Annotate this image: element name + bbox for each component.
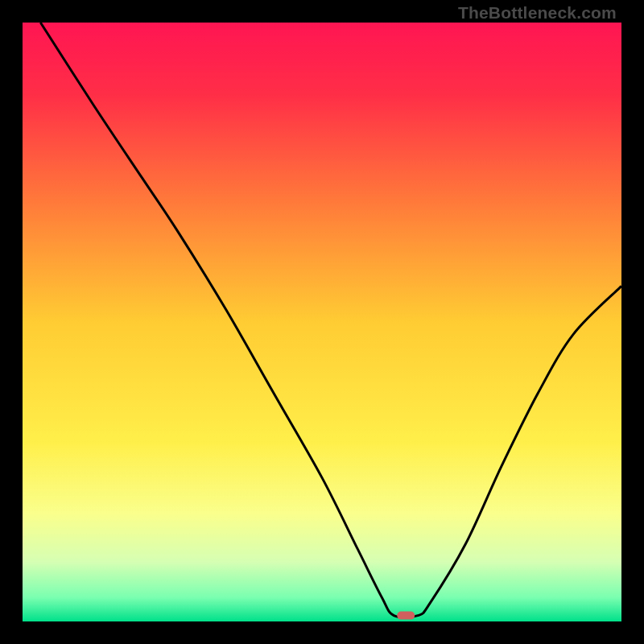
- chart-background: [23, 23, 621, 621]
- watermark-text: TheBottleneck.com: [458, 3, 617, 23]
- bottleneck-chart: [23, 23, 621, 621]
- optimal-marker: [397, 612, 415, 620]
- chart-frame: [23, 23, 621, 621]
